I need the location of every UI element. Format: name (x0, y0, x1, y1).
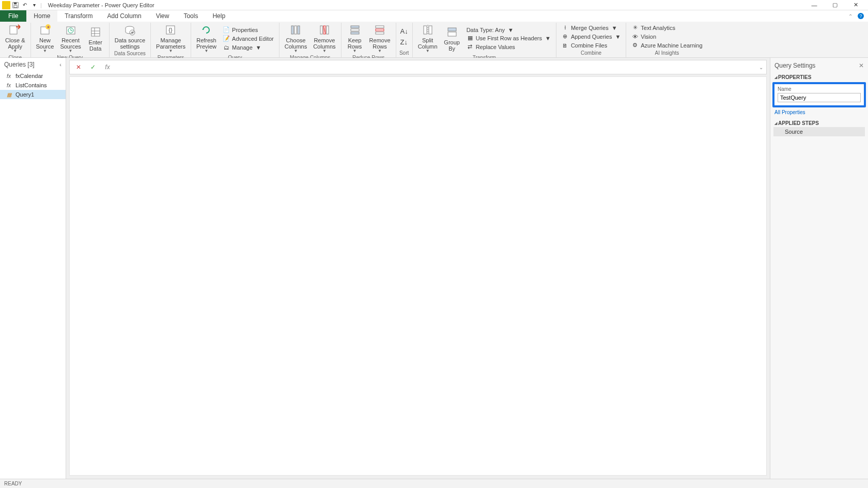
svg-rect-29 (376, 29, 384, 31)
status-text: READY (4, 481, 22, 486)
ribbon-group-data-sources: Data source settings Data Sources (110, 23, 151, 57)
query-item-listcontains[interactable]: fx ListContains (0, 81, 66, 90)
properties-section-title[interactable]: PROPERTIES (770, 73, 868, 81)
app-icon (2, 1, 10, 9)
status-bar: READY (0, 479, 868, 488)
minimize-button[interactable]: — (804, 0, 825, 10)
refresh-preview-button[interactable]: Refresh Preview▼ (194, 23, 219, 55)
sort-asc-icon: A↓ (400, 27, 408, 35)
fx-icon[interactable]: fx (102, 61, 113, 73)
maximize-button[interactable]: ▢ (825, 0, 845, 10)
tab-help[interactable]: Help (205, 10, 233, 22)
first-row-headers-button[interactable]: ▦Use First Row as Headers▼ (464, 34, 553, 42)
editor-icon: 📝 (223, 35, 230, 42)
remove-rows-button[interactable]: Remove Rows▼ (367, 23, 393, 55)
data-preview-area (69, 76, 767, 476)
enter-data-icon (89, 26, 102, 38)
commit-formula-icon[interactable]: ✓ (87, 61, 99, 73)
remove-columns-button[interactable]: Remove Columns▼ (311, 23, 337, 55)
new-source-icon: ★ (39, 24, 51, 36)
sort-asc-button[interactable]: A↓ (399, 26, 409, 36)
azure-ml-icon: ⚙ (631, 42, 639, 49)
tab-view[interactable]: View (149, 10, 177, 22)
ribbon-collapse-icon[interactable]: ⌃ (848, 13, 853, 19)
split-column-button[interactable]: Split Column▼ (416, 23, 440, 55)
vision-button[interactable]: 👁Vision (629, 33, 704, 41)
group-label: Sort (399, 50, 409, 56)
function-icon: fx (5, 82, 12, 88)
ribbon-group-sort: A↓ Z↓ Sort (396, 23, 413, 57)
advanced-editor-button[interactable]: 📝Advanced Editor (221, 35, 276, 43)
text-analytics-button[interactable]: ✳Text Analytics (629, 24, 704, 32)
dropdown-icon: ▼ (13, 49, 17, 54)
query-item-query1[interactable]: ▦ Query1 (0, 90, 66, 99)
close-and-apply-button[interactable]: Close & Apply ▼ (3, 23, 27, 55)
cancel-formula-icon[interactable]: ✕ (73, 61, 84, 73)
tab-home[interactable]: Home (26, 10, 57, 22)
svg-rect-34 (448, 28, 456, 31)
tab-transform[interactable]: Transform (57, 10, 100, 22)
svg-rect-25 (351, 26, 359, 28)
manage-button[interactable]: 🗂Manage▼ (221, 43, 276, 52)
sort-desc-button[interactable]: Z↓ (399, 37, 409, 47)
ribbon-tabs: File Home Transform Add Column View Tool… (0, 10, 868, 22)
save-icon[interactable] (11, 1, 20, 9)
tab-file[interactable]: File (0, 10, 26, 22)
tab-add-column[interactable]: Add Column (100, 10, 149, 22)
undo-icon[interactable]: ↶ (21, 1, 29, 9)
vision-icon: 👁 (631, 33, 639, 40)
step-item-source[interactable]: Source (773, 127, 865, 136)
applied-steps-title[interactable]: APPLIED STEPS (770, 119, 868, 127)
svg-rect-32 (429, 26, 432, 34)
ribbon-group-combine: ⫲Merge Queries▼ ⊕Append Queries▼ 🗎Combin… (556, 23, 626, 57)
settings-header: Query Settings ✕ (770, 60, 868, 73)
tab-tools[interactable]: Tools (176, 10, 205, 22)
recent-sources-button[interactable]: Recent Sources▼ (58, 23, 83, 55)
combine-files-button[interactable]: 🗎Combine Files (560, 41, 623, 50)
keep-rows-icon (349, 24, 361, 36)
properties-button[interactable]: 📄Properties (221, 26, 276, 34)
query-item-fxcalendar[interactable]: fx fxCalendar (0, 71, 66, 81)
headers-icon: ▦ (467, 35, 474, 42)
divider: | (40, 2, 42, 8)
svg-rect-9 (91, 28, 100, 36)
merge-queries-button[interactable]: ⫲Merge Queries▼ (560, 24, 623, 32)
close-pane-icon[interactable]: ✕ (859, 62, 864, 69)
ribbon-group-new-query: ★ New Source▼ Recent Sources▼ Enter Data… (31, 23, 110, 57)
azure-ml-button[interactable]: ⚙Azure Machine Learning (629, 41, 704, 50)
choose-columns-button[interactable]: Choose Columns▼ (283, 23, 309, 55)
all-properties-link[interactable]: All Properties (770, 108, 868, 119)
center-pane: ✕ ✓ fx ⌄ (66, 58, 770, 479)
append-queries-button[interactable]: ⊕Append Queries▼ (560, 33, 623, 41)
combine-files-icon: 🗎 (562, 42, 569, 49)
table-icon: ▦ (5, 91, 12, 98)
data-type-button[interactable]: Data Type: Any▼ (464, 26, 553, 34)
data-source-settings-button[interactable]: Data source settings (113, 23, 147, 51)
new-source-button[interactable]: ★ New Source▼ (34, 23, 56, 55)
group-by-button[interactable]: Group By (442, 25, 462, 53)
ribbon-group-reduce-rows: Keep Rows▼ Remove Rows▼ Reduce Rows (342, 23, 396, 57)
svg-rect-20 (298, 26, 300, 34)
manage-parameters-button[interactable]: {} Manage Parameters▼ (154, 23, 188, 55)
expand-formula-icon[interactable]: ⌄ (759, 65, 763, 70)
ribbon: Close & Apply ▼ Close ★ New Source▼ Rece… (0, 22, 868, 58)
redo-icon[interactable]: ▾ (30, 1, 38, 9)
remove-columns-icon (318, 24, 331, 36)
replace-values-button[interactable]: ⇄Replace Values (464, 43, 553, 51)
main-area: Queries [3] ‹ fx fxCalendar fx ListConta… (0, 58, 868, 479)
enter-data-button[interactable]: Enter Data (85, 25, 106, 53)
svg-rect-24 (327, 26, 329, 34)
help-icon[interactable]: ? (858, 13, 864, 19)
ribbon-group-close: Close & Apply ▼ Close (0, 23, 31, 57)
query-name-input[interactable] (778, 93, 861, 102)
query-label: Query1 (16, 91, 34, 98)
keep-rows-button[interactable]: Keep Rows▼ (345, 23, 365, 55)
collapse-pane-icon[interactable]: ‹ (59, 61, 61, 68)
svg-rect-1 (14, 2, 17, 4)
queries-title: Queries [3] (4, 61, 35, 68)
formula-input[interactable] (116, 64, 756, 71)
query-label: ListContains (16, 82, 47, 88)
name-label: Name (778, 86, 861, 92)
svg-rect-2 (14, 5, 17, 7)
close-button[interactable]: ✕ (845, 0, 866, 10)
